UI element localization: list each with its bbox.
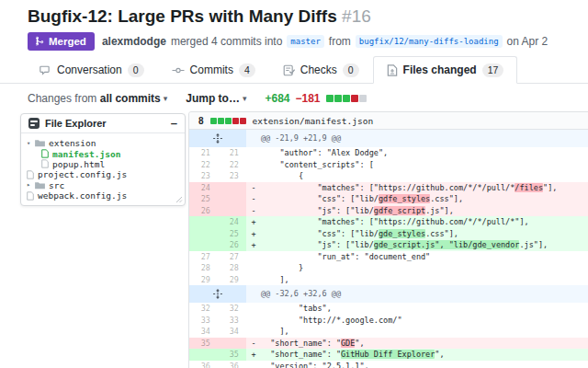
additions-count: +684	[265, 92, 289, 105]
pr-title-text: Bugfix-12: Large PRs with Many Diffs	[28, 6, 337, 26]
commit-icon	[172, 64, 185, 76]
old-line-number[interactable]: 35	[189, 338, 218, 350]
old-line-number[interactable]: 34	[189, 326, 218, 338]
line-marker: +	[246, 239, 261, 251]
new-line-number[interactable]: 35	[218, 349, 246, 361]
file-icon	[41, 149, 49, 158]
diffstat-block-green	[334, 95, 342, 102]
head-branch-label[interactable]: bugfix/12/many-diffs-loading	[356, 35, 503, 48]
expand-hunk-button[interactable]	[189, 285, 246, 303]
jump-to-dropdown[interactable]: Jump to…▾	[186, 92, 246, 105]
tab-files-changed[interactable]: Files changed 17	[373, 56, 518, 84]
new-line-number[interactable]: 28	[218, 262, 246, 274]
pr-author-link[interactable]: alexmdodge	[102, 35, 166, 48]
folder-icon	[35, 181, 45, 190]
changes-from-dropdown[interactable]: Changes from all commits▾	[28, 92, 167, 105]
pr-diffstat: +684 −181	[265, 92, 366, 105]
pr-header: Bugfix-12: Large PRs with Many Diffs #16…	[0, 0, 588, 51]
from-text: from	[329, 35, 351, 48]
new-line-number[interactable]: 33	[218, 315, 246, 327]
old-line-number[interactable]	[189, 349, 218, 361]
caret-down-icon[interactable]: ▾	[27, 140, 35, 147]
new-line-number[interactable]	[218, 182, 246, 194]
tab-label: Files changed	[403, 63, 477, 76]
old-line-number[interactable]: 36	[189, 361, 218, 368]
file-path-link[interactable]: extension/manifest.json	[253, 116, 374, 126]
tree-item-manifest-json[interactable]: manifest.json	[27, 148, 181, 158]
old-line-number[interactable]: 27	[189, 251, 218, 263]
old-line-number[interactable]: 23	[189, 170, 218, 182]
old-line-number[interactable]: 32	[189, 303, 218, 315]
line-marker	[246, 262, 261, 274]
new-line-number[interactable]	[218, 193, 246, 205]
diff-hunk-header: @@ -32,6 +32,6 @@	[189, 285, 588, 303]
old-line-number[interactable]: 21	[189, 147, 218, 159]
line-code: "author": "Alex Dodge",	[261, 147, 588, 159]
old-line-number[interactable]: 26	[189, 205, 218, 217]
old-line-number[interactable]: 33	[189, 315, 218, 327]
caret-right-icon[interactable]: ▸	[27, 181, 35, 189]
diff-line-ctx: 3434 ],	[189, 326, 588, 338]
file-icon	[27, 191, 34, 201]
old-line-number[interactable]: 24	[189, 182, 218, 194]
old-line-number[interactable]	[189, 216, 218, 228]
tab-commits[interactable]: Commits 4	[158, 56, 269, 84]
new-line-number[interactable]: 34	[218, 326, 246, 338]
old-line-number[interactable]: 25	[189, 193, 218, 205]
tree-item-src[interactable]: ▸src	[27, 180, 181, 190]
line-code: "css": ["lib/gde_styles.css"],	[261, 228, 588, 240]
diff-line-ctx: 2929 ],	[189, 274, 588, 286]
expand-hunk-button[interactable]	[189, 130, 246, 147]
new-line-number[interactable]: 25	[218, 228, 246, 240]
tree-item-project-config-js[interactable]: project.config.js	[27, 169, 181, 179]
jump-to-text: Jump to…	[186, 92, 240, 105]
checklist-icon	[283, 64, 295, 76]
new-line-number[interactable]: 23	[218, 170, 246, 182]
file-diff-icon	[387, 64, 398, 76]
old-line-number[interactable]	[189, 228, 218, 240]
minimize-button[interactable]: –	[171, 119, 177, 128]
base-branch-label[interactable]: master	[287, 35, 324, 48]
new-line-number[interactable]: 24	[218, 216, 246, 228]
merged-status-badge: Merged	[28, 32, 95, 51]
tree-item-extension[interactable]: ▾extension	[27, 138, 181, 148]
pr-tabnav: Conversation 0 Commits 4 Checks 0	[0, 56, 588, 84]
line-code: ],	[261, 274, 588, 286]
word-diff-highlight: GitHub Diff Explorer	[341, 350, 435, 359]
old-line-number[interactable]: 29	[189, 274, 218, 286]
line-marker: +	[246, 349, 261, 361]
tree-item-popup-html[interactable]: popup.html	[27, 159, 181, 169]
line-marker	[246, 159, 261, 171]
line-marker	[246, 326, 261, 338]
line-code: "short_name": "GitHub Diff Explorer",	[261, 349, 588, 361]
diff-line-del: 24- "matches": ["https://github.com/*/*/…	[189, 182, 588, 194]
old-line-number[interactable]	[189, 239, 218, 251]
line-marker: -	[246, 182, 261, 194]
new-line-number[interactable]: 27	[218, 251, 246, 263]
chevron-down-icon: ▾	[164, 94, 168, 103]
new-line-number[interactable]: 21	[218, 147, 246, 159]
new-line-number[interactable]	[218, 338, 246, 350]
old-line-number[interactable]: 28	[189, 262, 218, 274]
new-line-number[interactable]: 26	[218, 239, 246, 251]
old-line-number[interactable]: 22	[189, 159, 218, 171]
new-line-number[interactable]: 22	[218, 159, 246, 171]
word-diff-highlight: gde_script.js", "lib/gde_vendor	[374, 240, 520, 249]
tab-checks[interactable]: Checks 0	[269, 56, 373, 84]
diff-line-del: 25- "css": ["lib/gdfe_styles.css"],	[189, 193, 588, 205]
new-line-number[interactable]: 29	[218, 274, 246, 286]
tab-count: 0	[343, 63, 359, 77]
tab-conversation[interactable]: Conversation 0	[26, 56, 158, 84]
git-merge-icon	[34, 35, 45, 47]
new-line-number[interactable]: 32	[218, 303, 246, 315]
tab-label: Conversation	[57, 63, 122, 76]
diff-file-header: 8 extension/manifest.json	[189, 112, 588, 130]
new-line-number[interactable]	[218, 205, 246, 217]
diffstat-block-green	[343, 95, 350, 102]
diffstat-block-red	[232, 118, 239, 124]
word-diff-highlight: GDE	[341, 339, 355, 348]
word-diff-highlight: gde_styles	[379, 229, 425, 238]
tree-item-webpack-config-js[interactable]: webpack.config.js	[27, 190, 181, 201]
resize-handle[interactable]	[175, 196, 183, 203]
new-line-number[interactable]: 36	[218, 361, 246, 368]
